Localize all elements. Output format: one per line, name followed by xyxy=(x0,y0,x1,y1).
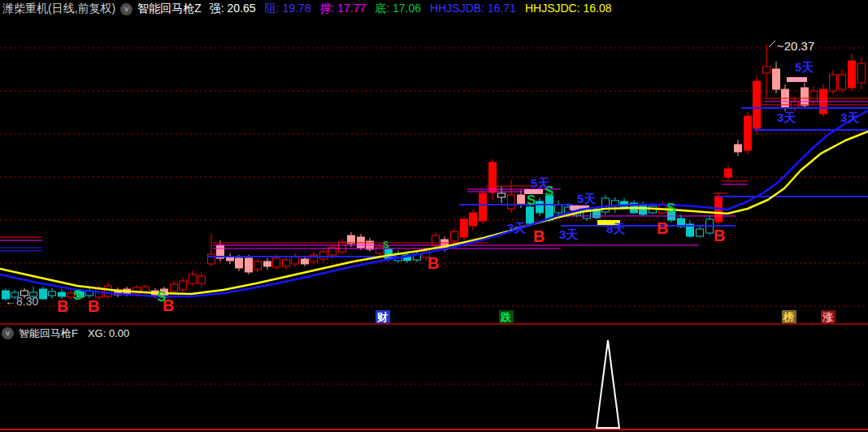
candle-body xyxy=(245,258,253,272)
market-tag: 跌 xyxy=(500,311,511,323)
sub-indicator-name[interactable]: 智能回马枪F xyxy=(19,326,78,341)
indicator-name[interactable]: 智能回马枪Z xyxy=(137,2,202,16)
candle-body xyxy=(180,281,187,290)
candle-body xyxy=(508,195,515,209)
candle-body xyxy=(432,235,440,245)
candle-body xyxy=(546,196,553,220)
candle-body xyxy=(339,242,346,252)
main-price-chart[interactable]: BBBBBBBSSSSSS3天5天5天3天8天3天5天3天~20.37←8.30… xyxy=(0,18,868,323)
stock-title: 潍柴重机(日线,前复权) xyxy=(2,2,115,16)
chart-header: 潍柴重机(日线,前复权) ˅ 智能回马枪Z 强: 20.65阻: 19.78撑:… xyxy=(0,0,868,18)
candle-body xyxy=(273,258,280,267)
candle-body xyxy=(236,258,243,268)
candle-body xyxy=(283,260,290,266)
candle-body xyxy=(40,289,47,299)
candle-body xyxy=(848,61,856,88)
candle-body xyxy=(292,257,299,264)
candle-body xyxy=(461,219,468,237)
candle-body xyxy=(536,201,544,213)
left-price-label: ←8.30 xyxy=(5,295,38,308)
sell-signal: S xyxy=(666,201,675,216)
indicator-values: 强: 20.65阻: 19.78撑: 17.77底: 17.06HHJSJDB:… xyxy=(210,2,621,16)
peak-price-label: ~20.37 xyxy=(777,39,814,53)
candle-body xyxy=(735,145,742,152)
candle-body xyxy=(725,169,732,177)
buy-signal: B xyxy=(427,254,439,272)
candle-body xyxy=(697,229,704,236)
day-count-label: 3天 xyxy=(559,227,579,241)
candle-body xyxy=(302,259,309,264)
indicator-field: 强: 20.65 xyxy=(210,2,256,15)
candle-body xyxy=(518,195,525,205)
candle-body xyxy=(320,252,328,259)
candle-body xyxy=(810,91,818,102)
candle-body xyxy=(470,213,477,226)
candle-body xyxy=(830,75,837,91)
market-tag: 财 xyxy=(376,311,388,323)
candle-body xyxy=(171,284,178,292)
candle-body xyxy=(264,261,271,266)
candle-body xyxy=(59,292,66,296)
candle-body xyxy=(527,207,534,223)
candle-body xyxy=(105,286,112,296)
day-count-label: 3天 xyxy=(777,110,796,124)
indicator-field: 阻: 19.78 xyxy=(265,2,311,15)
day-count-label: 5天 xyxy=(795,60,814,74)
candle-body xyxy=(198,276,206,283)
candle-body xyxy=(254,261,262,270)
sell-signal: S xyxy=(527,192,536,208)
candle-body xyxy=(451,231,458,241)
signal-bar xyxy=(787,77,807,82)
day-count-label: 8天 xyxy=(606,222,626,235)
indicator-field: HHJSJDC: 16.08 xyxy=(525,2,612,15)
indicator-field: HHJSJDB: 16.71 xyxy=(430,2,516,15)
candle-body xyxy=(801,88,809,106)
day-count-label: 3天 xyxy=(840,110,860,124)
sell-signal: S xyxy=(157,289,166,305)
candle-body xyxy=(858,63,866,83)
candle-body xyxy=(555,205,562,213)
buy-signal: B xyxy=(88,297,99,315)
candle-body xyxy=(744,116,752,150)
sub-indicator-header: ˅ 智能回马枪F XG: 0.00 xyxy=(0,326,868,341)
peak-pointer xyxy=(769,41,775,47)
buy-signal: B xyxy=(533,227,545,245)
market-tag: 榜 xyxy=(783,311,794,323)
candle-body xyxy=(208,254,215,264)
candle-body xyxy=(189,274,197,283)
sub-indicator-value: XG: 0.00 xyxy=(88,327,129,339)
candle-body xyxy=(49,292,56,296)
chevron-down-circle-icon[interactable]: ˅ xyxy=(2,327,14,339)
sell-signal: S xyxy=(383,240,388,249)
day-count-label: 3天 xyxy=(507,221,527,235)
day-count-label: 5天 xyxy=(531,176,550,190)
sell-signal: S xyxy=(73,287,82,303)
day-count-label: 5天 xyxy=(577,192,597,205)
buy-signal: B xyxy=(714,227,725,244)
candle-body xyxy=(839,75,846,89)
buy-signal: B xyxy=(57,297,68,315)
chevron-down-circle-icon[interactable]: ˅ xyxy=(120,3,132,15)
candle-body xyxy=(773,69,780,89)
buy-signal: B xyxy=(657,219,668,237)
indicator-field: 撑: 17.77 xyxy=(319,2,366,15)
candle-body xyxy=(763,67,770,73)
indicator-field: 底: 17.06 xyxy=(375,2,421,15)
candle-body xyxy=(480,193,487,221)
candle-body xyxy=(498,193,506,197)
market-tag: 涨 xyxy=(822,311,834,323)
candle-body xyxy=(640,205,647,214)
candle-body xyxy=(489,162,497,192)
